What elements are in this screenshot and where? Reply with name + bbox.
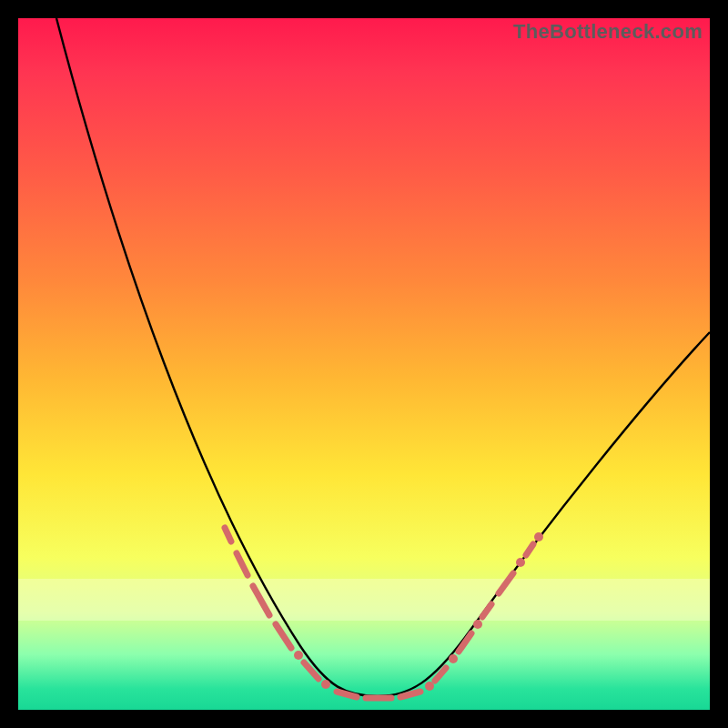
svg-point-10: [425, 682, 434, 691]
svg-point-14: [473, 620, 482, 629]
bottleneck-curve: [56, 18, 710, 696]
svg-line-1: [237, 553, 248, 575]
svg-point-12: [449, 654, 458, 663]
svg-line-16: [499, 573, 513, 593]
svg-point-19: [534, 532, 543, 541]
svg-line-15: [482, 604, 491, 617]
svg-line-5: [304, 662, 318, 679]
svg-point-4: [294, 651, 303, 660]
svg-line-18: [526, 544, 533, 555]
chart-svg: [18, 18, 710, 710]
right-highlight-group: [435, 532, 543, 681]
svg-point-6: [321, 680, 330, 689]
chart-frame: TheBottleneck.com: [18, 18, 710, 710]
svg-point-17: [516, 558, 525, 567]
svg-line-0: [225, 528, 231, 541]
